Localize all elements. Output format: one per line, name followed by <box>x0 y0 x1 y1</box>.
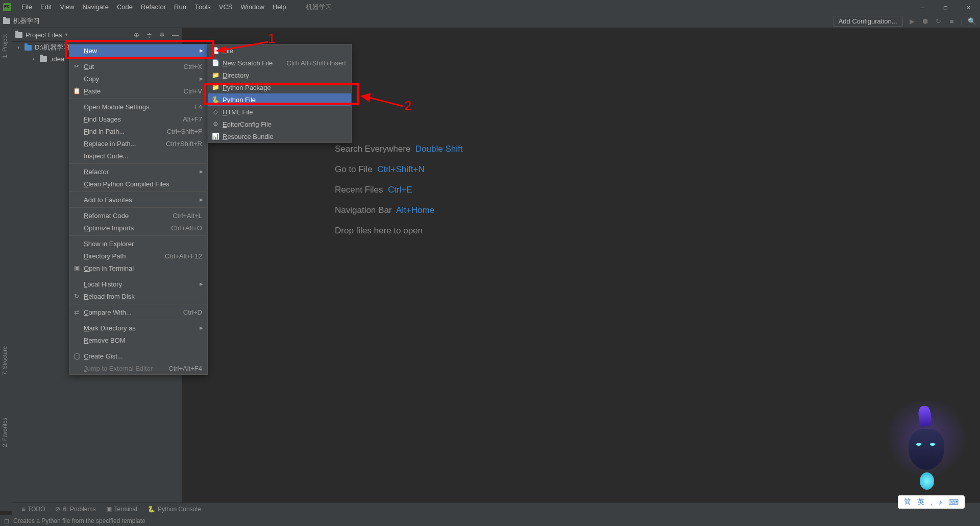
bottom-tab-terminal[interactable]: ▣Terminal <box>106 506 137 513</box>
menu-item-copy[interactable]: Copy▶ <box>69 73 207 85</box>
menu-item-show-in-explorer[interactable]: Show in Explorer <box>69 237 207 250</box>
menu-item-find-in-path-[interactable]: Find in Path...Ctrl+Shift+F <box>69 125 207 137</box>
status-text: Creates a Python file from the specified… <box>13 517 145 524</box>
menu-item-mark-directory-as[interactable]: Mark Directory as▶ <box>69 322 207 334</box>
menu-item-refactor[interactable]: Refactor▶ <box>69 165 207 178</box>
gutter-favorites[interactable]: 2: Favorites <box>2 415 8 450</box>
menu-item-new-scratch-file[interactable]: 📄New Scratch FileCtrl+Alt+Shift+Insert <box>208 57 351 69</box>
menu-item-label: Local History <box>84 280 122 288</box>
menu-item-label: Inspect Code... <box>84 152 128 160</box>
minimize-button[interactable]: — <box>911 0 934 14</box>
menu-code[interactable]: Code <box>113 3 137 11</box>
menu-file[interactable]: File <box>17 3 36 11</box>
menu-item-label: Cut <box>84 63 94 70</box>
menu-item-icon: ◯ <box>73 352 80 360</box>
menu-item-icon: 📁 <box>212 71 219 79</box>
search-icon[interactable]: 🔍 <box>968 17 976 25</box>
menu-refactor[interactable]: Refactor <box>137 3 170 11</box>
menu-view[interactable]: View <box>56 3 78 11</box>
chevron-down-icon[interactable]: ▼ <box>64 32 69 37</box>
menu-item-optimize-imports[interactable]: Optimize ImportsCtrl+Alt+O <box>69 222 207 234</box>
gutter-structure[interactable]: 7: Structure <box>2 343 8 378</box>
menu-item-label: Refactor <box>84 168 109 176</box>
menu-item-html-file[interactable]: ◇HTML File <box>208 106 351 118</box>
menu-item-open-in-terminal[interactable]: ▣Open in Terminal <box>69 262 207 274</box>
menu-run[interactable]: Run <box>170 3 190 11</box>
editor-hint: Search Everywhere Double Shift <box>335 144 462 154</box>
editor-hint: Recent Files Ctrl+E <box>335 185 462 195</box>
menu-item-label: Find in Path... <box>84 128 125 135</box>
menu-item-icon: 🐍 <box>212 96 219 103</box>
ime-toolbar[interactable]: 简英,♪⌨ <box>898 495 965 509</box>
menu-item-shortcut: Ctrl+X <box>184 63 202 70</box>
settings-icon[interactable]: ✲ <box>159 31 165 39</box>
chevron-right-icon: ▶ <box>200 76 203 81</box>
menu-item-cut[interactable]: ✂CutCtrl+X <box>69 60 207 73</box>
ime-item[interactable]: 简 <box>904 497 911 507</box>
project-files-dropdown[interactable]: Project Files <box>26 31 62 39</box>
breadcrumb[interactable]: 机器学习 <box>13 16 40 26</box>
stop-icon[interactable]: ■ <box>948 17 956 25</box>
menu-item-label: Python Package <box>223 84 271 91</box>
menu-item-directory[interactable]: 📁Directory <box>208 69 351 81</box>
maximize-button[interactable]: ❐ <box>934 0 957 14</box>
menu-edit[interactable]: Edit <box>36 3 56 11</box>
ime-item[interactable]: ♪ <box>939 498 942 506</box>
menu-item-find-usages[interactable]: Find UsagesAlt+F7 <box>69 113 207 125</box>
tab-icon: ▣ <box>106 506 112 513</box>
menu-item-local-history[interactable]: Local History▶ <box>69 278 207 290</box>
menu-item-paste[interactable]: 📋PasteCtrl+V <box>69 85 207 97</box>
menu-item-file[interactable]: 📄File <box>208 44 351 57</box>
menu-item-compare-with-[interactable]: ⇄Compare With...Ctrl+D <box>69 306 207 318</box>
menu-item-new[interactable]: New▶ <box>69 44 207 57</box>
menu-item-label: Python File <box>223 96 256 104</box>
hide-icon[interactable]: — <box>172 31 179 39</box>
menu-help[interactable]: Help <box>268 3 290 11</box>
add-configuration-button[interactable]: Add Configuration... <box>833 16 903 27</box>
ime-item[interactable]: , <box>930 498 933 506</box>
run-with-coverage-icon[interactable]: ↻ <box>935 17 943 25</box>
editor-hint: Navigation Bar Alt+Home <box>335 205 462 216</box>
menu-item-directory-path[interactable]: Directory PathCtrl+Alt+F12 <box>69 250 207 262</box>
menu-item-inspect-code-[interactable]: Inspect Code... <box>69 150 207 162</box>
bottom-tab-todo[interactable]: ≡TODO <box>21 506 45 513</box>
chevron-right-icon[interactable]: ▸ <box>33 56 38 61</box>
menu-navigate[interactable]: Navigate <box>79 3 113 11</box>
menu-item-icon: 📁 <box>212 84 219 91</box>
menu-item-reformat-code[interactable]: Reformat CodeCtrl+Alt+L <box>69 209 207 222</box>
menu-item-label: Resource Bundle <box>223 133 274 140</box>
close-button[interactable]: ✕ <box>957 0 980 14</box>
menu-item-create-gist-[interactable]: ◯Create Gist... <box>69 350 207 362</box>
menu-item-label: Copy <box>84 75 99 83</box>
project-tool-header: Project Files ▼ ⊕ ≑ ✲ — <box>12 28 182 42</box>
menu-item-resource-bundle[interactable]: 📊Resource Bundle <box>208 130 351 142</box>
navigation-bar: 机器学习 Add Configuration... ▶ ⬢ ↻ ■ | 🔍 <box>0 14 980 28</box>
expand-icon[interactable]: ≑ <box>146 31 152 39</box>
annotation-number-2: 2 <box>404 98 411 114</box>
menu-item-python-file[interactable]: 🐍Python File <box>208 93 351 106</box>
menu-item-remove-bom[interactable]: Remove BOM <box>69 334 207 346</box>
menu-item-clean-python-compiled-files[interactable]: Clean Python Compiled Files <box>69 178 207 190</box>
menu-item-open-module-settings[interactable]: Open Module SettingsF4 <box>69 101 207 113</box>
bottom-tab-python-console[interactable]: 🐍Python Console <box>148 506 201 513</box>
locate-icon[interactable]: ⊕ <box>134 31 139 39</box>
menu-item-replace-in-path-[interactable]: Replace in Path...Ctrl+Shift+R <box>69 137 207 150</box>
menu-tools[interactable]: Tools <box>190 3 215 11</box>
folder-icon <box>24 45 32 51</box>
menu-item-reload-from-disk[interactable]: ↻Reload from Disk <box>69 290 207 302</box>
menu-vcs[interactable]: VCS <box>215 3 237 11</box>
menu-item-add-to-favorites[interactable]: Add to Favorites▶ <box>69 194 207 206</box>
status-square-icon[interactable]: ◻ <box>4 517 9 524</box>
bottom-tab-6-problems[interactable]: ⊘6: Problems <box>55 506 95 513</box>
gutter-project[interactable]: 1: Project <box>2 31 8 61</box>
menu-item-editorconfig-file[interactable]: ⚙EditorConfig File <box>208 118 351 130</box>
tab-icon: 🐍 <box>148 506 155 513</box>
ime-item[interactable]: ⌨ <box>948 498 959 506</box>
debug-icon[interactable]: ⬢ <box>921 17 929 25</box>
menu-item-python-package[interactable]: 📁Python Package <box>208 81 351 93</box>
ime-item[interactable]: 英 <box>917 497 924 507</box>
chevron-down-icon[interactable]: ▾ <box>17 45 22 50</box>
menu-window[interactable]: Window <box>237 3 268 11</box>
run-icon[interactable]: ▶ <box>908 17 916 25</box>
menu-item-shortcut: Ctrl+Alt+Shift+Insert <box>286 59 346 67</box>
